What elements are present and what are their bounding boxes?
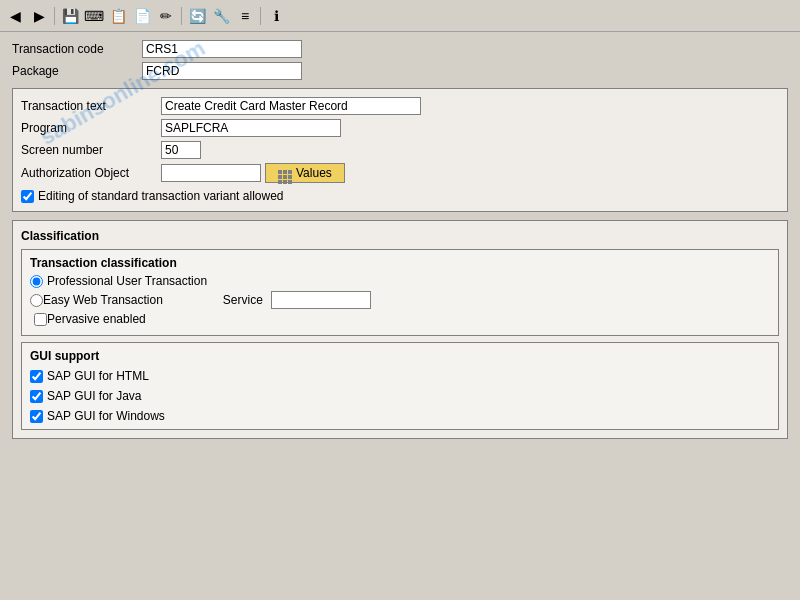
top-form: Transaction code Package xyxy=(12,40,788,80)
grid-icon xyxy=(278,163,292,184)
easy-web-radio[interactable] xyxy=(30,294,43,307)
layout-btn[interactable]: ≡ xyxy=(234,5,256,27)
professional-user-row: Professional User Transaction xyxy=(30,274,770,288)
toolbar-sep-1 xyxy=(54,7,55,25)
toolbar: ◀ ▶ 💾 ⌨ 📋 📄 ✏ 🔄 🔧 ≡ ℹ xyxy=(0,0,800,32)
standard-variant-label: Editing of standard transaction variant … xyxy=(38,189,283,203)
professional-label: Professional User Transaction xyxy=(47,274,207,288)
transaction-classification-panel: Transaction classification Professional … xyxy=(21,249,779,336)
gui-java-label: SAP GUI for Java xyxy=(47,389,141,403)
program-row: Program xyxy=(21,119,779,137)
change-btn[interactable]: ✏ xyxy=(155,5,177,27)
package-row: Package xyxy=(12,62,788,80)
program-input[interactable] xyxy=(161,119,341,137)
display-btn[interactable]: 📄 xyxy=(131,5,153,27)
screen-number-row: Screen number xyxy=(21,141,779,159)
standard-variant-checkbox[interactable] xyxy=(21,190,34,203)
pervasive-label: Pervasive enabled xyxy=(47,312,146,326)
pervasive-checkbox[interactable] xyxy=(34,313,47,326)
workbench-btn[interactable]: 🔧 xyxy=(210,5,232,27)
package-label: Package xyxy=(12,64,142,78)
values-button[interactable]: Values xyxy=(265,163,345,183)
details-section: Transaction text Program Screen number A… xyxy=(12,88,788,212)
gui-support-panel: GUI support SAP GUI for HTML SAP GUI for… xyxy=(21,342,779,430)
classification-title: Classification xyxy=(21,229,779,243)
auth-object-row: Authorization Object Values xyxy=(21,163,779,183)
package-input[interactable] xyxy=(142,62,302,80)
forward-btn[interactable]: ▶ xyxy=(28,5,50,27)
transaction-code-row: Transaction code xyxy=(12,40,788,58)
gui-html-label: SAP GUI for HTML xyxy=(47,369,149,383)
shortcut-btn[interactable]: ⌨ xyxy=(83,5,105,27)
service-label: Service xyxy=(223,293,263,307)
gui-support-title: GUI support xyxy=(30,349,770,363)
back-btn[interactable]: ◀ xyxy=(4,5,26,27)
gui-windows-checkbox[interactable] xyxy=(30,410,43,423)
easy-web-label: Easy Web Transaction xyxy=(43,293,163,307)
transaction-text-label: Transaction text xyxy=(21,99,161,113)
gui-windows-label: SAP GUI for Windows xyxy=(47,409,165,423)
transaction-code-label: Transaction code xyxy=(12,42,142,56)
copy-btn[interactable]: 📋 xyxy=(107,5,129,27)
values-button-label: Values xyxy=(296,166,332,180)
toolbar-sep-3 xyxy=(260,7,261,25)
tx-classification-title: Transaction classification xyxy=(30,256,770,270)
transaction-text-input[interactable] xyxy=(161,97,421,115)
standard-variant-row: Editing of standard transaction variant … xyxy=(21,189,779,203)
info-btn[interactable]: ℹ xyxy=(265,5,287,27)
classification-section: Classification Transaction classificatio… xyxy=(12,220,788,439)
gui-java-row: SAP GUI for Java xyxy=(30,389,770,403)
transaction-text-row: Transaction text xyxy=(21,97,779,115)
gui-windows-row: SAP GUI for Windows xyxy=(30,409,770,423)
professional-radio[interactable] xyxy=(30,275,43,288)
gui-html-checkbox[interactable] xyxy=(30,370,43,383)
main-content: Transaction code Package Transaction tex… xyxy=(0,32,800,455)
gui-java-checkbox[interactable] xyxy=(30,390,43,403)
transport-btn[interactable]: 🔄 xyxy=(186,5,208,27)
save-btn[interactable]: 💾 xyxy=(59,5,81,27)
auth-object-label: Authorization Object xyxy=(21,166,161,180)
auth-object-input[interactable] xyxy=(161,164,261,182)
toolbar-sep-2 xyxy=(181,7,182,25)
service-input[interactable] xyxy=(271,291,371,309)
screen-number-input[interactable] xyxy=(161,141,201,159)
gui-html-row: SAP GUI for HTML xyxy=(30,369,770,383)
easy-web-row: Easy Web Transaction Service xyxy=(30,291,770,309)
program-label: Program xyxy=(21,121,161,135)
transaction-code-input[interactable] xyxy=(142,40,302,58)
screen-number-label: Screen number xyxy=(21,143,161,157)
pervasive-row: Pervasive enabled xyxy=(34,312,770,326)
